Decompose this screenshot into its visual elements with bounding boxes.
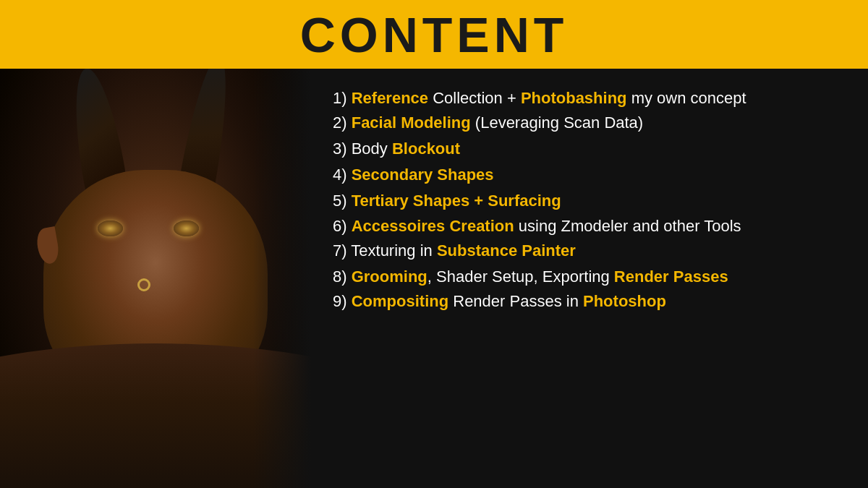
plain-text: (Leveraging Scan Data) (471, 114, 643, 132)
highlight-text: Substance Painter (437, 241, 576, 260)
item-number: 9) (333, 292, 352, 310)
item-number: 6) (333, 217, 352, 235)
highlight-text: Grooming (352, 267, 427, 286)
item-number: 8) (333, 267, 352, 286)
eye-right (174, 221, 199, 236)
plain-text: , Shader Setup, Exporting (427, 267, 614, 286)
highlight-text: Secondary Shapes (352, 166, 494, 184)
list-item: 6) Accessoires Creation using Zmodeler a… (333, 215, 846, 238)
list-item: 9) Compositing Render Passes in Photosho… (333, 290, 846, 313)
main-content: 1) Reference Collection + Photobashing m… (0, 69, 868, 488)
highlight-text: Photobashing (521, 89, 627, 107)
list-item: 7) Texturing in Substance Painter (333, 239, 846, 262)
highlight-text: Blockout (392, 140, 460, 158)
plain-text: using Zmodeler and other Tools (514, 217, 741, 235)
item-number: 5) (333, 192, 352, 210)
item-number: 2) (333, 114, 352, 132)
plain-text: Collection + (428, 89, 521, 107)
item-number: 1) (333, 89, 352, 107)
highlight-text: Photoshop (583, 292, 666, 310)
list-item: 4) Secondary Shapes (333, 163, 846, 187)
list-item: 2) Facial Modeling (Leveraging Scan Data… (333, 111, 846, 134)
highlight-text: Compositing (352, 292, 448, 310)
plain-text: Render Passes in (448, 292, 583, 310)
highlight-text: Render Passes (614, 267, 728, 286)
portrait-bg (0, 69, 311, 488)
eye-left (98, 221, 123, 236)
plain-text: Texturing in (351, 241, 437, 260)
highlight-text: Accessoires Creation (352, 217, 514, 235)
item-number: 7) (333, 241, 351, 260)
list-item: 5) Tertiary Shapes + Surfacing (333, 189, 846, 213)
header-banner: CONTENT (0, 0, 868, 69)
page-title: CONTENT (300, 7, 569, 63)
content-list: 1) Reference Collection + Photobashing m… (311, 69, 868, 488)
highlight-text: Tertiary Shapes + Surfacing (352, 192, 561, 210)
list-item: 1) Reference Collection + Photobashing m… (333, 87, 846, 110)
list-item: 3) Body Blockout (333, 137, 846, 160)
item-number: 4) (333, 166, 352, 184)
plain-text: my own concept (627, 89, 746, 107)
item-number: 3) (333, 140, 352, 158)
nose-ring (137, 278, 150, 291)
highlight-text: Facial Modeling (352, 114, 471, 132)
highlight-text: Reference (352, 89, 428, 107)
list-item: 8) Grooming, Shader Setup, Exporting Ren… (333, 265, 846, 288)
character-image (0, 69, 311, 488)
plain-text: Body (352, 140, 392, 158)
image-overlay (253, 69, 311, 488)
